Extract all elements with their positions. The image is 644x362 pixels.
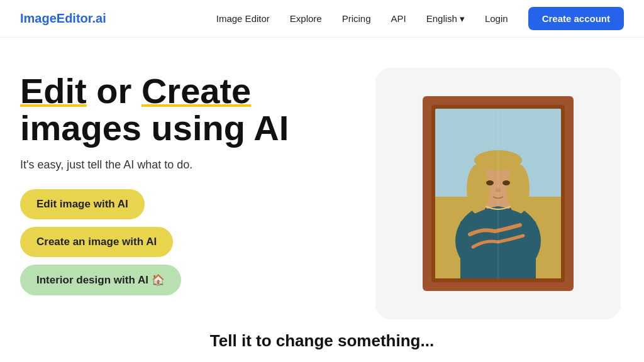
interior-design-button[interactable]: Interior design with AI 🏠 [20,265,181,295]
main-content: Edit or Create images using AI It's easy… [0,38,644,362]
hero-left: Edit or Create images using AI It's easy… [20,68,347,295]
language-label: English [426,13,457,24]
language-button[interactable]: English ▾ [426,13,465,25]
chevron-down-icon: ▾ [460,13,465,25]
hero-title-line2: images using AI [20,108,289,148]
create-word: Create [142,71,251,111]
svg-point-11 [502,180,510,185]
hero-title-line1: Edit or Create [20,71,251,111]
nav-image-editor[interactable]: Image Editor [216,13,270,24]
nav-explore[interactable]: Explore [290,13,322,24]
edit-word: Edit [20,71,87,111]
logo[interactable]: ImageEditor.ai [20,11,106,26]
hero-right [372,68,624,319]
bottom-text-section: Tell it to change something... [0,331,644,351]
nav-pricing[interactable]: Pricing [342,13,371,24]
edit-image-button[interactable]: Edit image with AI [20,189,145,219]
bottom-text: Tell it to change something... [210,331,434,350]
image-card [375,68,621,319]
svg-point-10 [486,180,494,185]
cta-buttons: Edit image with AI Create an image with … [20,189,347,295]
mona-lisa-illustration [423,96,574,291]
create-image-button[interactable]: Create an image with AI [20,227,173,257]
header: ImageEditor.ai Image Editor Explore Pric… [0,0,644,38]
nav-api[interactable]: API [391,13,406,24]
hero-subtitle: It's easy, just tell the AI what to do. [20,158,347,172]
login-button[interactable]: Login [485,13,508,24]
create-account-button[interactable]: Create account [528,7,624,30]
nav: Image Editor Explore Pricing API English… [216,7,624,30]
hero-title: Edit or Create images using AI [20,73,347,147]
